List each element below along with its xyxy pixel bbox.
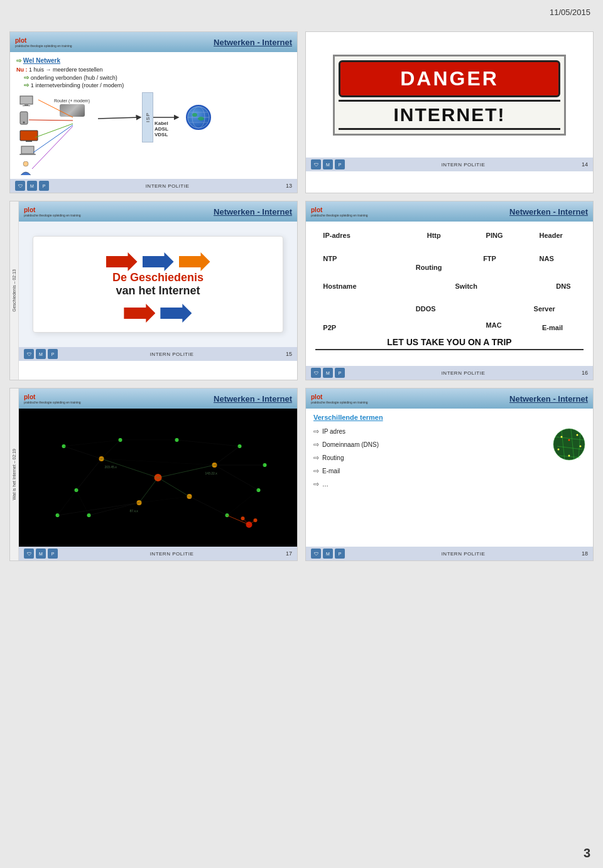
cable-adsl: ADSL (155, 126, 168, 132)
word-item: NAS (540, 255, 554, 262)
footer-icon-1: 🛡 (15, 181, 25, 191)
slide-1: plot praktische theologie opleiding en t… (9, 31, 298, 193)
slide-4-footer: 🛡 M P INTERN POLITIE 16 (306, 366, 593, 380)
arrow-orange (179, 252, 210, 271)
footer-icons-1: 🛡 M P (15, 181, 49, 191)
connection-lines (16, 92, 291, 174)
term-item-5: ⇨ … (313, 480, 585, 488)
logo-ploy-6: plot (311, 394, 368, 400)
slide-4-content: IP-adresHttpPINGHeaderNTPRoutingFTPNASHo… (306, 222, 593, 366)
arrow-red-1 (106, 252, 138, 271)
slide-6-content: Verschillende termen (306, 409, 593, 547)
word-item: Switch (455, 282, 477, 290)
danger-sign-border: DANGER INTERNET! (333, 55, 566, 136)
slide-6-footer-num: 18 (582, 550, 588, 557)
svg-point-23 (198, 117, 204, 121)
page-date: 11/05/2015 (550, 8, 590, 17)
nu-text: 1 huis → meerdere toestellen (29, 67, 103, 73)
slide-3-footer-num: 15 (286, 351, 292, 357)
svg-point-82 (568, 439, 570, 441)
logo-ploy-1: plot (15, 37, 72, 44)
slide-1-footer-num: 13 (286, 183, 292, 189)
term-arrow-4: ⇨ (313, 467, 319, 475)
word-item: DNS (556, 282, 570, 290)
slide-5-logo: plot praktische theologie opleiding en t… (24, 394, 81, 404)
footer-icon-6b: M (323, 549, 333, 559)
arrow-red-2 (124, 304, 156, 323)
network-diagram: Router (+ modem) (16, 92, 291, 174)
internet-text: INTERNET! (339, 100, 560, 130)
slide-5-header: plot praktische theologie opleiding en t… (19, 388, 297, 409)
logo-ploy-3: plot (24, 206, 81, 213)
footer-icon-4a: 🛡 (311, 368, 321, 378)
footer-icon-2a: 🛡 (311, 159, 321, 169)
slide-3-title: Netwerken - Internet (81, 207, 292, 217)
history-arrows-top (43, 252, 273, 271)
term-arrow-5: ⇨ (313, 480, 319, 488)
word-item: P2P (323, 324, 336, 331)
footer-icon-4c: P (335, 368, 345, 378)
logo-ploy-5: plot (24, 394, 81, 400)
cable-labels: Kabel ADSL VDSL (155, 121, 168, 137)
slide-1-header: plot praktische theologie opleiding en t… (10, 32, 297, 52)
slide-4-logo: plot praktische theologie opleiding en t… (311, 206, 368, 217)
svg-point-22 (192, 113, 197, 117)
svg-text:143.22.x: 143.22.x (205, 471, 218, 475)
footer-icon-4b: M (323, 368, 333, 378)
footer-icons-4: 🛡 M P (311, 368, 345, 378)
logo-sub-3: praktische theologie opleiding en traini… (24, 213, 81, 217)
term-label-5: … (322, 481, 329, 488)
slide-5: Wat is het Internet – 02:19 plot praktis… (9, 388, 298, 561)
term-item-3: ⇨ Routing (313, 454, 585, 462)
arrow-blue (143, 252, 174, 271)
logo-sub-1: praktische theologie opleiding en traini… (15, 44, 72, 48)
well-netwerk-label: Wel Netwerk (23, 57, 60, 64)
slide-2-footer-num: 14 (582, 161, 588, 168)
svg-point-79 (558, 449, 560, 451)
slide-2-footer-text: INTERN POLITIE (442, 162, 486, 168)
slide-3-footer-text: INTERN POLITIE (150, 351, 194, 357)
word-cloud: IP-adresHttpPINGHeaderNTPRoutingFTPNASHo… (309, 225, 590, 363)
svg-text:203.45.x: 203.45.x (105, 465, 117, 469)
danger-text: DANGER (400, 67, 499, 90)
bullet2-arrow: ⇨ (24, 82, 31, 88)
term-label-2: Domeinnaam (DNS) (322, 441, 379, 448)
footer-icons-2: 🛡 M P (311, 159, 345, 169)
footer-icon-6c: P (335, 549, 345, 559)
term-arrow-3: ⇨ (313, 454, 319, 462)
word-item: DDOS (416, 305, 436, 313)
term-item-2: ⇨ Domeinnaam (DNS) (313, 441, 585, 449)
footer-icon-3b: M (36, 349, 46, 359)
slide-4-title: Netwerken - Internet (368, 207, 588, 217)
slide-4-header: plot praktische theologie opleiding en t… (306, 201, 593, 222)
word-item: IP-adres (323, 232, 350, 239)
slide-3-content: De Geschiedenis van het Internet (19, 222, 297, 347)
word-item: Hostname (323, 282, 356, 290)
slide-1-footer-text: INTERN POLITIE (146, 183, 190, 189)
footer-icon-2: M (27, 181, 37, 191)
slide-6-footer-text: INTERN POLITIE (442, 551, 486, 557)
slide-5-footer-num: 17 (286, 550, 292, 557)
slide-2-footer: 🛡 M P INTERN POLITIE 14 (306, 158, 593, 171)
logo-ploy-4: plot (311, 206, 368, 213)
isp-label: ISP (145, 112, 151, 122)
term-label-1: IP adres (322, 428, 345, 435)
word-item: Http (427, 232, 441, 239)
network-svg: 203.45.x 143.22.x 87.x.x (19, 409, 297, 547)
slide-5-footer-text: INTERN POLITIE (150, 551, 194, 557)
term-label-4: E-mail (322, 468, 340, 474)
footer-icon-6a: 🛡 (311, 549, 321, 559)
bullet1-text: onderling verbonden (hub / switch) (31, 75, 117, 81)
slides-grid: plot praktische theologie opleiding en t… (0, 0, 603, 586)
history-arrows-bottom (43, 304, 273, 323)
svg-point-81 (568, 455, 570, 457)
bullet1-arrow: ⇨ (24, 74, 31, 81)
side-label-text-5: Wat is het Internet – 02:19 (12, 449, 16, 500)
trip-line: LET US TAKE YOU ON A TRIP (315, 337, 584, 350)
slide-5-side-label: Wat is het Internet – 02:19 (10, 388, 19, 560)
word-item: FTP (483, 255, 496, 262)
term-label-3: Routing (322, 454, 344, 461)
cable-vdsl: VDSL (155, 132, 168, 137)
word-item: PING (486, 232, 503, 239)
svg-line-10 (38, 100, 73, 117)
